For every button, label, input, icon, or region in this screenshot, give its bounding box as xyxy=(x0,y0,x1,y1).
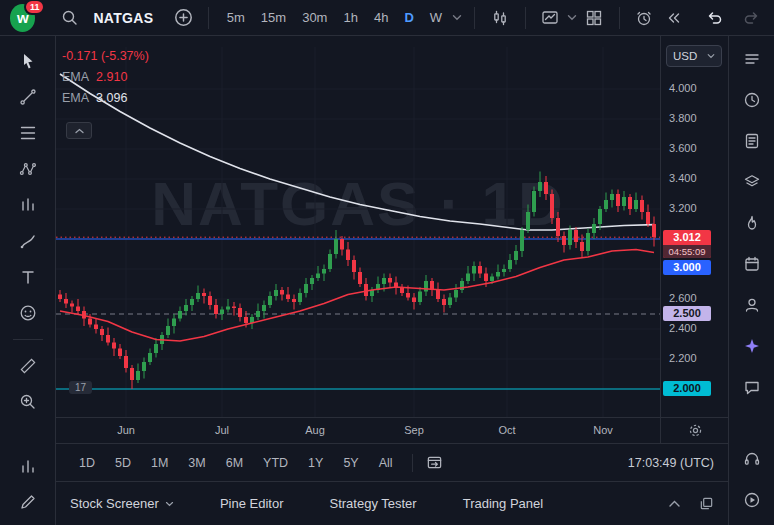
bottom-panel-bar: Stock Screener Pine Editor Strategy Test… xyxy=(56,481,728,525)
legend-collapse-button[interactable] xyxy=(66,122,92,139)
range-button-1m[interactable]: 1M xyxy=(142,452,177,474)
community-person-icon[interactable] xyxy=(738,292,766,318)
ema-fast-value: 2.910 xyxy=(96,70,127,84)
price-tick: 2.600 xyxy=(669,292,697,304)
month-label: Jul xyxy=(208,424,236,436)
price-badge[interactable]: 3.01204:55:09 xyxy=(663,230,711,258)
price-tick: 3.600 xyxy=(669,142,697,154)
right-panel-rail xyxy=(728,36,774,525)
range-button-5y[interactable]: 5Y xyxy=(334,452,367,474)
undo-icon[interactable] xyxy=(703,5,727,31)
candles-style-icon[interactable] xyxy=(488,5,512,31)
price-axis-scale[interactable]: USD 4.0003.8003.6003.4003.2002.6002.4002… xyxy=(660,36,728,417)
ai-sparkle-icon[interactable] xyxy=(738,333,766,359)
chat-bubble-icon[interactable] xyxy=(738,374,766,400)
currency-select[interactable]: USD xyxy=(666,45,722,67)
timeframe-chevron-down-icon[interactable] xyxy=(452,14,462,21)
price-tick: 2.200 xyxy=(669,352,697,364)
drawing-toolbar xyxy=(0,36,56,525)
measure-ruler-tool-icon[interactable] xyxy=(14,353,42,379)
tab-stock-screener[interactable]: Stock Screener xyxy=(70,496,174,511)
object-tree-layers-icon[interactable] xyxy=(738,169,766,195)
timeframe-4h[interactable]: 4h xyxy=(366,6,396,30)
brush-tool-icon[interactable] xyxy=(14,228,42,254)
timeframe-15m[interactable]: 15m xyxy=(253,6,294,30)
replay-rewind-icon[interactable] xyxy=(662,5,686,31)
compare-add-icon[interactable] xyxy=(171,5,195,31)
alert-clock-icon[interactable] xyxy=(633,5,657,31)
timeframe-1d-active[interactable]: D xyxy=(396,6,421,30)
axis-settings-cell[interactable] xyxy=(660,418,729,443)
search-icon xyxy=(56,5,82,31)
broker-logo[interactable]: w 11 xyxy=(10,4,35,32)
timeframe-5m[interactable]: 5m xyxy=(219,6,253,30)
toolbar-separator xyxy=(619,7,620,29)
ema-slow-value: 3.096 xyxy=(96,91,127,105)
zoom-tool-icon[interactable] xyxy=(14,389,42,415)
xabcd-pattern-tool-icon[interactable] xyxy=(14,156,42,182)
range-separator xyxy=(412,454,413,472)
range-button-3m[interactable]: 3M xyxy=(179,452,214,474)
panel-expand-chevron-icon[interactable] xyxy=(668,499,681,508)
price-badge[interactable]: 2.000 xyxy=(663,381,711,396)
bar-chart-tool-icon[interactable] xyxy=(14,453,42,479)
redo-icon[interactable] xyxy=(739,5,763,31)
timeframe-1h[interactable]: 1h xyxy=(335,6,365,30)
price-tick: 2.400 xyxy=(669,322,697,334)
utc-clock[interactable]: 17:03:49 (UTC) xyxy=(628,456,714,470)
panel-maximize-icon[interactable] xyxy=(699,496,714,511)
month-label: Sep xyxy=(400,424,428,436)
chevron-down-icon xyxy=(165,501,174,507)
go-to-date-icon[interactable] xyxy=(423,451,447,475)
time-axis[interactable]: JunJulAugSepOctNov xyxy=(56,417,728,443)
timeframe-30m[interactable]: 30m xyxy=(294,6,335,30)
panel-controls xyxy=(668,496,714,511)
trend-line-tool-icon[interactable] xyxy=(14,84,42,110)
tab-trading-panel[interactable]: Trading Panel xyxy=(463,496,543,511)
tab-label: Trading Panel xyxy=(463,496,543,511)
ema-slow-row[interactable]: EMA 3.096 xyxy=(62,91,149,105)
watchlist-icon[interactable] xyxy=(738,46,766,72)
journal-icon[interactable] xyxy=(738,128,766,154)
range-button-5d[interactable]: 5D xyxy=(106,452,140,474)
layout-grid-icon[interactable] xyxy=(582,5,606,31)
range-button-1y[interactable]: 1Y xyxy=(299,452,332,474)
month-label: Nov xyxy=(589,424,617,436)
tab-pine-editor[interactable]: Pine Editor xyxy=(220,496,284,511)
price-badge[interactable]: 3.000 xyxy=(663,260,711,275)
indicators-chevron-down-icon[interactable] xyxy=(567,14,577,21)
emoji-tool-icon[interactable] xyxy=(14,300,42,326)
idea-marker[interactable]: 17 xyxy=(69,381,92,394)
ema-fast-row[interactable]: EMA 2.910 xyxy=(62,70,149,84)
bars-pattern-tool-icon[interactable] xyxy=(14,192,42,218)
chart-legend: -0.171 (-5.37%) EMA 2.910 EMA 3.096 xyxy=(62,49,149,112)
toolbar-separator xyxy=(474,7,475,29)
chart-pane[interactable]: NATGAS · 1D -0.171 (-5.37%) EMA 2.910 EM… xyxy=(56,36,660,417)
edit-pencil-icon[interactable] xyxy=(14,489,42,515)
range-toolbar: 1D5D1M3M6MYTD1Y5YAll 17:03:49 (UTC) xyxy=(56,443,728,481)
alerts-clock-icon[interactable] xyxy=(738,87,766,113)
support-headset-icon[interactable] xyxy=(738,446,766,472)
currency-chevron-down-icon xyxy=(707,53,715,59)
tab-strategy-tester[interactable]: Strategy Tester xyxy=(329,496,416,511)
indicators-chart-icon[interactable] xyxy=(538,5,562,31)
gear-icon xyxy=(688,423,703,438)
top-toolbar: w 11 NATGAS 5m 15m 30m 1h 4h D W xyxy=(0,0,774,36)
hotlist-flame-icon[interactable] xyxy=(738,210,766,236)
range-button-1d[interactable]: 1D xyxy=(70,452,104,474)
timeframe-1w[interactable]: W xyxy=(422,6,450,30)
range-buttons: 1D5D1M3M6MYTD1Y5YAll xyxy=(70,452,402,474)
trading-app: w 11 NATGAS 5m 15m 30m 1h 4h D W xyxy=(0,0,774,525)
range-button-ytd[interactable]: YTD xyxy=(254,452,297,474)
calendar-icon[interactable] xyxy=(738,251,766,277)
fib-retracement-tool-icon[interactable] xyxy=(14,120,42,146)
range-button-6m[interactable]: 6M xyxy=(217,452,252,474)
cursor-tool-icon[interactable] xyxy=(14,48,42,74)
text-tool-icon[interactable] xyxy=(14,264,42,290)
notification-badge: 11 xyxy=(24,0,46,15)
publish-play-icon[interactable] xyxy=(738,487,766,513)
price-badge[interactable]: 2.500 xyxy=(663,306,711,321)
symbol-search[interactable]: NATGAS xyxy=(53,5,153,31)
range-button-all[interactable]: All xyxy=(370,452,402,474)
month-label: Oct xyxy=(493,424,521,436)
